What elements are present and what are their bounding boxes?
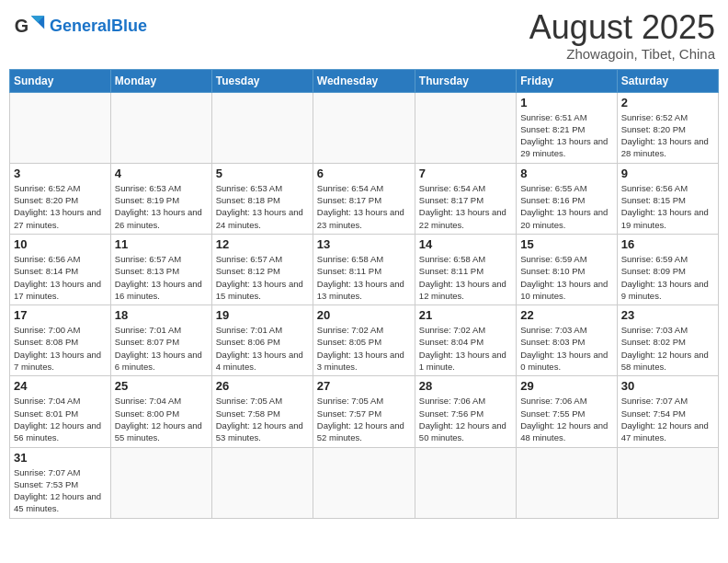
day-info: Sunrise: 6:59 AM Sunset: 8:10 PM Dayligh… bbox=[520, 253, 612, 302]
calendar-cell: 19Sunrise: 7:01 AM Sunset: 8:06 PM Dayli… bbox=[211, 305, 313, 376]
calendar-cell: 23Sunrise: 7:03 AM Sunset: 8:02 PM Dayli… bbox=[617, 305, 718, 376]
day-number: 12 bbox=[216, 237, 309, 251]
calendar-cell: 28Sunrise: 7:06 AM Sunset: 7:56 PM Dayli… bbox=[415, 376, 516, 447]
calendar-cell: 31Sunrise: 7:07 AM Sunset: 7:53 PM Dayli… bbox=[10, 447, 111, 518]
calendar-cell: 21Sunrise: 7:02 AM Sunset: 8:04 PM Dayli… bbox=[415, 305, 516, 376]
svg-text:G: G bbox=[15, 16, 28, 36]
weekday-header-sunday: Sunday bbox=[10, 69, 111, 92]
calendar-cell: 17Sunrise: 7:00 AM Sunset: 8:08 PM Dayli… bbox=[10, 305, 111, 376]
calendar-cell bbox=[211, 447, 313, 518]
calendar-cell: 8Sunrise: 6:55 AM Sunset: 8:16 PM Daylig… bbox=[517, 163, 617, 234]
calendar-cell: 27Sunrise: 7:05 AM Sunset: 7:57 PM Dayli… bbox=[313, 376, 415, 447]
calendar-cell: 6Sunrise: 6:54 AM Sunset: 8:17 PM Daylig… bbox=[313, 163, 415, 234]
calendar-cell bbox=[110, 447, 211, 518]
day-number: 30 bbox=[621, 379, 714, 393]
calendar-cell bbox=[313, 447, 415, 518]
location: Zhowagoin, Tibet, China bbox=[529, 46, 715, 62]
calendar-cell bbox=[415, 92, 516, 163]
day-number: 9 bbox=[621, 167, 714, 180]
calendar-cell: 16Sunrise: 6:59 AM Sunset: 8:09 PM Dayli… bbox=[617, 234, 718, 304]
day-info: Sunrise: 7:07 AM Sunset: 7:54 PM Dayligh… bbox=[621, 395, 714, 443]
weekday-header-row: SundayMondayTuesdayWednesdayThursdayFrid… bbox=[10, 69, 719, 92]
day-number: 7 bbox=[419, 167, 512, 180]
day-info: Sunrise: 7:06 AM Sunset: 7:56 PM Dayligh… bbox=[419, 395, 512, 443]
calendar-cell bbox=[10, 92, 111, 163]
day-number: 13 bbox=[317, 237, 411, 251]
day-number: 18 bbox=[115, 308, 208, 322]
day-info: Sunrise: 7:05 AM Sunset: 7:57 PM Dayligh… bbox=[317, 395, 411, 443]
week-row-2: 10Sunrise: 6:56 AM Sunset: 8:14 PM Dayli… bbox=[10, 234, 719, 304]
calendar-cell: 5Sunrise: 6:53 AM Sunset: 8:18 PM Daylig… bbox=[211, 163, 313, 234]
calendar-cell: 25Sunrise: 7:04 AM Sunset: 8:00 PM Dayli… bbox=[110, 376, 211, 447]
day-info: Sunrise: 6:58 AM Sunset: 8:11 PM Dayligh… bbox=[317, 253, 411, 302]
day-info: Sunrise: 6:57 AM Sunset: 8:13 PM Dayligh… bbox=[115, 253, 208, 302]
day-number: 23 bbox=[621, 308, 714, 322]
day-number: 17 bbox=[14, 308, 107, 322]
week-row-3: 17Sunrise: 7:00 AM Sunset: 8:08 PM Dayli… bbox=[10, 305, 719, 376]
calendar-cell: 9Sunrise: 6:56 AM Sunset: 8:15 PM Daylig… bbox=[617, 163, 718, 234]
day-number: 21 bbox=[419, 308, 512, 322]
calendar-cell: 10Sunrise: 6:56 AM Sunset: 8:14 PM Dayli… bbox=[10, 234, 111, 304]
week-row-5: 31Sunrise: 7:07 AM Sunset: 7:53 PM Dayli… bbox=[10, 447, 719, 518]
calendar-cell bbox=[211, 92, 313, 163]
calendar-cell: 22Sunrise: 7:03 AM Sunset: 8:03 PM Dayli… bbox=[517, 305, 617, 376]
calendar-cell bbox=[617, 447, 718, 518]
day-info: Sunrise: 7:02 AM Sunset: 8:05 PM Dayligh… bbox=[317, 324, 411, 373]
calendar-cell bbox=[313, 92, 415, 163]
day-info: Sunrise: 6:54 AM Sunset: 8:17 PM Dayligh… bbox=[419, 182, 512, 231]
day-number: 26 bbox=[216, 379, 309, 393]
day-info: Sunrise: 7:03 AM Sunset: 8:03 PM Dayligh… bbox=[520, 324, 612, 373]
calendar-cell: 29Sunrise: 7:06 AM Sunset: 7:55 PM Dayli… bbox=[517, 376, 617, 447]
day-info: Sunrise: 6:53 AM Sunset: 8:18 PM Dayligh… bbox=[216, 182, 309, 231]
weekday-header-monday: Monday bbox=[110, 69, 211, 92]
day-info: Sunrise: 7:02 AM Sunset: 8:04 PM Dayligh… bbox=[419, 324, 512, 373]
calendar-cell: 3Sunrise: 6:52 AM Sunset: 8:20 PM Daylig… bbox=[10, 163, 111, 234]
day-number: 29 bbox=[520, 379, 612, 393]
calendar-cell: 2Sunrise: 6:52 AM Sunset: 8:20 PM Daylig… bbox=[617, 92, 718, 163]
week-row-0: 1Sunrise: 6:51 AM Sunset: 8:21 PM Daylig… bbox=[10, 92, 719, 163]
week-row-1: 3Sunrise: 6:52 AM Sunset: 8:20 PM Daylig… bbox=[10, 163, 719, 234]
day-number: 15 bbox=[520, 237, 612, 251]
logo-icon: G bbox=[13, 9, 46, 42]
day-info: Sunrise: 6:52 AM Sunset: 8:20 PM Dayligh… bbox=[14, 182, 107, 231]
day-number: 14 bbox=[419, 237, 512, 251]
day-info: Sunrise: 6:59 AM Sunset: 8:09 PM Dayligh… bbox=[621, 253, 714, 302]
day-info: Sunrise: 7:05 AM Sunset: 7:58 PM Dayligh… bbox=[216, 395, 309, 443]
calendar-cell: 13Sunrise: 6:58 AM Sunset: 8:11 PM Dayli… bbox=[313, 234, 415, 304]
day-number: 2 bbox=[621, 96, 714, 109]
day-number: 5 bbox=[216, 167, 309, 180]
day-number: 6 bbox=[317, 167, 411, 180]
day-info: Sunrise: 6:56 AM Sunset: 8:15 PM Dayligh… bbox=[621, 182, 714, 231]
calendar-cell bbox=[110, 92, 211, 163]
weekday-header-wednesday: Wednesday bbox=[313, 69, 415, 92]
day-info: Sunrise: 6:53 AM Sunset: 8:19 PM Dayligh… bbox=[115, 182, 208, 231]
day-number: 22 bbox=[520, 308, 612, 322]
day-number: 24 bbox=[14, 379, 107, 393]
weekday-header-saturday: Saturday bbox=[617, 69, 718, 92]
day-number: 10 bbox=[14, 237, 107, 251]
day-info: Sunrise: 6:58 AM Sunset: 8:11 PM Dayligh… bbox=[419, 253, 512, 302]
calendar-cell: 12Sunrise: 6:57 AM Sunset: 8:12 PM Dayli… bbox=[211, 234, 313, 304]
calendar-cell: 24Sunrise: 7:04 AM Sunset: 8:01 PM Dayli… bbox=[10, 376, 111, 447]
day-number: 19 bbox=[216, 308, 309, 322]
day-number: 3 bbox=[14, 167, 107, 180]
day-number: 1 bbox=[520, 96, 612, 109]
day-number: 4 bbox=[115, 167, 208, 180]
day-number: 25 bbox=[115, 379, 208, 393]
header: G GeneralBlue August 2025 Zhowagoin, Tib… bbox=[9, 9, 719, 62]
day-number: 27 bbox=[317, 379, 411, 393]
weekday-header-tuesday: Tuesday bbox=[211, 69, 313, 92]
day-info: Sunrise: 6:54 AM Sunset: 8:17 PM Dayligh… bbox=[317, 182, 411, 231]
calendar-cell: 1Sunrise: 6:51 AM Sunset: 8:21 PM Daylig… bbox=[517, 92, 617, 163]
day-info: Sunrise: 7:03 AM Sunset: 8:02 PM Dayligh… bbox=[621, 324, 714, 373]
day-info: Sunrise: 7:01 AM Sunset: 8:06 PM Dayligh… bbox=[216, 324, 309, 373]
weekday-header-friday: Friday bbox=[517, 69, 617, 92]
day-info: Sunrise: 7:01 AM Sunset: 8:07 PM Dayligh… bbox=[115, 324, 208, 373]
month-title: August 2025 bbox=[529, 9, 715, 46]
day-number: 28 bbox=[419, 379, 512, 393]
calendar-cell: 7Sunrise: 6:54 AM Sunset: 8:17 PM Daylig… bbox=[415, 163, 516, 234]
day-info: Sunrise: 7:04 AM Sunset: 8:00 PM Dayligh… bbox=[115, 395, 208, 443]
calendar-cell: 26Sunrise: 7:05 AM Sunset: 7:58 PM Dayli… bbox=[211, 376, 313, 447]
day-info: Sunrise: 7:00 AM Sunset: 8:08 PM Dayligh… bbox=[14, 324, 107, 373]
day-info: Sunrise: 7:04 AM Sunset: 8:01 PM Dayligh… bbox=[14, 395, 107, 443]
